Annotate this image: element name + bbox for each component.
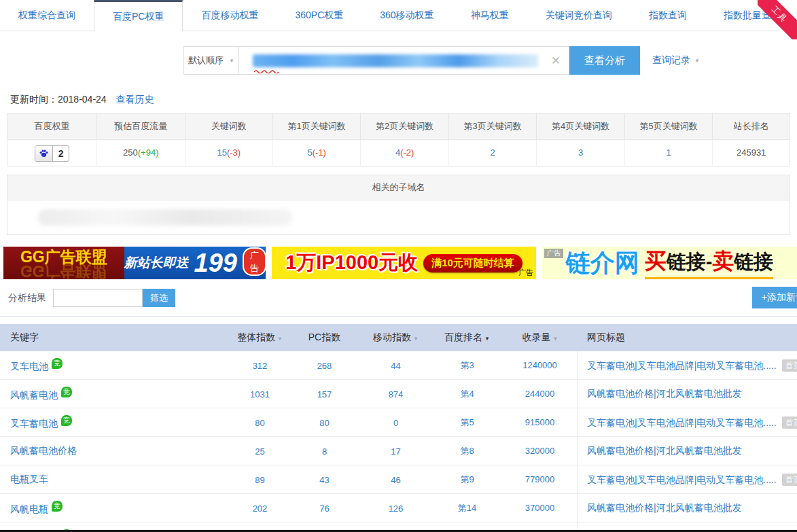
overall-index-value[interactable]: 312	[231, 361, 289, 371]
overall-index-value[interactable]: 89	[231, 475, 289, 485]
baidu-rank-value[interactable]: 第14	[431, 502, 503, 514]
homepage-badge: 首页	[782, 359, 797, 372]
page3-keywords-cell[interactable]: 2	[449, 140, 537, 166]
ad-banner-gg-union[interactable]: GG广告联盟 GG广告联盟 新站长即送 199 广告	[3, 247, 266, 279]
column-header: 第4页关键词数	[537, 113, 624, 140]
page-title-cell[interactable]: 风帆蓄电池价格|河北风帆蓄电池批发首页	[578, 502, 797, 514]
mobile-index-value[interactable]: 44	[360, 361, 431, 371]
pc-index-value[interactable]: 157	[289, 389, 360, 400]
keyword-link[interactable]: 风帆蓄电池价格竞	[0, 445, 231, 457]
page2-keywords-cell[interactable]: 4(-2)	[361, 140, 448, 166]
tab-weight-overview[interactable]: 权重综合查询	[0, 0, 94, 31]
sort-order-select[interactable]: 默认顺序 ▼	[183, 46, 239, 75]
keyword-count-cell[interactable]: 15(-3)	[185, 140, 273, 166]
column-header: 第2页关键词数	[361, 113, 448, 140]
baidu-weight-badge[interactable]: 2	[35, 145, 70, 162]
sort-caret-icon: ▼	[484, 336, 490, 342]
collected-count-value[interactable]: 915000	[503, 408, 578, 437]
keyword-link[interactable]: 风帆电瓶竞	[0, 501, 231, 516]
page4-keywords-cell[interactable]: 3	[537, 140, 624, 166]
domain-search-input[interactable]: ✕	[239, 46, 569, 75]
est-traffic-cell: 250(+94)	[97, 140, 185, 166]
filter-keyword-input[interactable]	[53, 289, 143, 307]
overall-index-value[interactable]: 80	[231, 418, 289, 428]
ad-gg-offer-number: 199	[194, 248, 237, 278]
overall-index-value[interactable]: 202	[231, 503, 289, 514]
sort-caret-icon: ▼	[277, 336, 283, 342]
add-new-keyword-button[interactable]: +添加新词	[752, 287, 797, 308]
mobile-index-value[interactable]: 126	[360, 503, 431, 514]
tab-index-query[interactable]: 指数查询	[631, 0, 705, 31]
ad-ip-settle-pill: 满10元可随时结算	[423, 254, 523, 272]
related-subdomains-body	[7, 200, 790, 234]
ad-banner-lianjie[interactable]: 广告 链介网 买链接-卖链接	[542, 247, 797, 279]
pc-index-value[interactable]: 76	[289, 503, 360, 514]
page-title-cell[interactable]: 风帆蓄电池价格|河北风帆蓄电池批发首页	[578, 445, 797, 457]
pc-index-value[interactable]: 8	[289, 446, 360, 457]
pc-index-value[interactable]: 43	[289, 475, 360, 485]
tab-baidu-mobile[interactable]: 百度移动权重	[183, 0, 277, 31]
mobile-index-value[interactable]: 46	[360, 475, 431, 485]
chevron-down-icon: ▼	[694, 58, 700, 64]
baidu-rank-value[interactable]: 第4	[431, 388, 503, 400]
filter-button[interactable]: 筛选	[143, 289, 175, 307]
bid-icon[interactable]: 竞	[61, 415, 72, 426]
page-title-cell[interactable]: 叉车蓄电池|叉车电池品牌|电动叉车蓄电池.....首页	[578, 416, 797, 429]
mobile-index-value[interactable]: 874	[360, 389, 431, 400]
view-history-link[interactable]: 查看历史	[116, 94, 154, 105]
header-mobile-index[interactable]: 移动指数▼	[360, 332, 431, 344]
mobile-index-value[interactable]: 17	[360, 446, 431, 457]
analysis-filter-section: 分析结果 筛选 +添加新词	[0, 279, 797, 317]
header-overall-index[interactable]: 整体指数▼	[231, 332, 289, 344]
overall-index-value[interactable]: 25	[231, 446, 289, 457]
tab-360-mobile[interactable]: 360移动权重	[361, 0, 452, 31]
page1-keywords-cell[interactable]: 5(-1)	[273, 140, 361, 166]
analyze-button[interactable]: 查看分析	[569, 46, 640, 75]
keyword-link[interactable]: 叉车蓄电池竞	[0, 415, 231, 430]
tab-baidu-pc[interactable]: 百度PC权重	[94, 0, 183, 31]
keyword-link[interactable]: 电瓶叉车竞	[0, 474, 231, 486]
tab-360-pc[interactable]: 360PC权重	[277, 0, 361, 31]
clear-input-icon[interactable]: ✕	[551, 54, 561, 68]
ad-gg-brand-panel: GG广告联盟 GG广告联盟	[3, 247, 124, 279]
table-row: 风帆蓄电池价格竞 25 8 17 第8 320000 风帆蓄电池价格|河北风帆蓄…	[0, 437, 797, 465]
tab-keyword-bid[interactable]: 关键词竞价查询	[527, 0, 631, 31]
page-title-cell[interactable]: 叉车蓄电池|叉车电池品牌|电动叉车蓄电池.....首页	[578, 474, 797, 486]
collected-count-value[interactable]: 244000	[503, 380, 578, 408]
page-title-cell[interactable]: 叉车蓄电池|叉车电池品牌|电动叉车蓄电池.....首页	[578, 359, 797, 372]
page-title-cell[interactable]: 风帆蓄电池价格|河北风帆蓄电池批发首页	[578, 388, 797, 400]
column-header: 站长排名	[713, 113, 790, 140]
tab-shenma[interactable]: 神马权重	[453, 0, 527, 31]
bid-icon[interactable]: 竞	[61, 387, 72, 397]
pc-index-value[interactable]: 268	[289, 361, 360, 371]
collected-count-value[interactable]: 1240000	[503, 351, 578, 380]
keyword-link[interactable]: 风帆蓄电池竞	[0, 387, 231, 402]
corner-ribbon[interactable]: 工具	[758, 0, 797, 39]
bid-icon[interactable]: 竞	[52, 358, 63, 369]
baidu-rank-value[interactable]: 第8	[431, 445, 503, 457]
header-collected[interactable]: 收录量▼	[503, 332, 578, 344]
homepage-badge: 首页	[782, 416, 797, 429]
pc-index-value[interactable]: 80	[289, 418, 360, 428]
baidu-rank-value[interactable]: 第5	[431, 416, 503, 429]
query-history-link[interactable]: 查询记录 ▼	[652, 54, 700, 67]
page5-keywords-cell[interactable]: 1	[625, 140, 713, 166]
keyword-link[interactable]: 叉车电池竞	[0, 358, 231, 373]
collected-count-value[interactable]: 320000	[503, 437, 578, 465]
table-row: 电瓶叉车竞 89 43 46 第9 779000 叉车蓄电池|叉车电池品牌|电动…	[0, 465, 797, 494]
bid-icon[interactable]: 竞	[52, 501, 63, 512]
related-subdomains-section: 相关的子域名	[7, 175, 790, 235]
baidu-rank-value[interactable]: 第3	[431, 359, 503, 372]
mobile-index-value[interactable]: 0	[360, 418, 431, 428]
keyword-table: 关键字 整体指数▼ PC指数 移动指数▼ 百度排名▼ 收录量▼ 网页标题 叉车电…	[0, 324, 797, 532]
baidu-rank-value[interactable]: 第9	[431, 474, 503, 486]
ad-banner-ip-revenue[interactable]: 1万IP1000元收 满10元可随时结算 广告	[272, 247, 536, 279]
header-baidu-rank[interactable]: 百度排名▼	[431, 332, 503, 344]
sort-caret-icon: ▼	[413, 336, 419, 342]
baidu-paw-icon	[35, 146, 53, 161]
overall-index-value[interactable]: 1031	[231, 389, 289, 400]
collected-count-value[interactable]: 779000	[503, 465, 578, 494]
collected-count-value[interactable]: 370000	[503, 494, 578, 522]
column-header: 关键词数	[185, 113, 273, 140]
chinaz-rank-cell: 245931	[713, 140, 790, 166]
